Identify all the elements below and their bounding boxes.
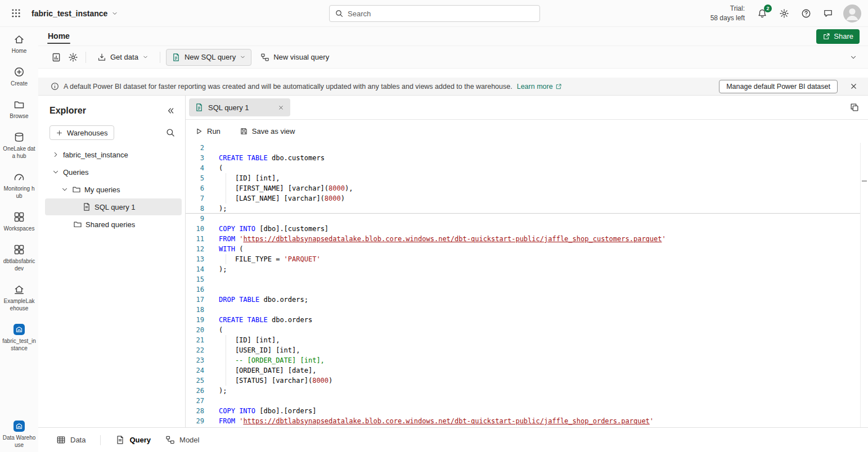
workspace-switcher[interactable]: fabric_test_instance (32, 9, 118, 18)
line-number[interactable]: 4 (186, 163, 204, 173)
code-line-text[interactable]: FILE_TYPE = 'PARQUET' (204, 254, 321, 264)
code-line[interactable]: 13 FILE_TYPE = 'PARQUET' (186, 254, 868, 264)
code-line[interactable]: 27 (186, 396, 868, 406)
code-line-text[interactable]: ); (204, 264, 227, 274)
copy-button[interactable] (848, 101, 861, 114)
code-line[interactable]: 5 [ID] [int], (186, 173, 868, 183)
line-number[interactable]: 9 (186, 214, 204, 224)
line-number[interactable]: 17 (186, 295, 204, 305)
banner-close-button[interactable] (847, 80, 860, 93)
code-line[interactable]: 17DROP TABLE dbo.orders; (186, 295, 868, 305)
help-button[interactable] (799, 7, 813, 20)
code-line[interactable]: 14); (186, 264, 868, 274)
search-box[interactable] (329, 5, 540, 22)
code-line[interactable]: 9 (186, 214, 868, 224)
rail-item-monitoring-hub[interactable]: Monitoring hub (1, 171, 37, 200)
code-line[interactable]: 7 [LAST_NAME] [varchar](8000) (186, 193, 868, 204)
line-number[interactable]: 21 (186, 335, 204, 345)
line-number[interactable]: 12 (186, 244, 204, 254)
search-input[interactable] (348, 10, 534, 18)
code-line[interactable]: 19CREATE TABLE dbo.orders (186, 315, 868, 325)
sql-editor[interactable]: 23CREATE TABLE dbo.customers4(5 [ID] [in… (186, 143, 868, 427)
run-button[interactable]: Run (195, 123, 221, 140)
code-line-text[interactable]: COPY INTO [dbo].[customers] (204, 224, 329, 234)
code-line-text[interactable] (204, 274, 219, 284)
tree-item-my-queries[interactable]: My queries (45, 181, 182, 198)
line-number[interactable]: 8 (186, 204, 204, 214)
rail-item-create[interactable]: Create (1, 66, 37, 87)
line-number[interactable]: 5 (186, 173, 204, 183)
collapse-pane-button[interactable] (164, 104, 177, 117)
tree-item-shared-queries[interactable]: Shared queries (45, 216, 182, 233)
save-as-view-button[interactable]: Save as view (240, 123, 295, 140)
warehouse-settings-button[interactable] (66, 51, 80, 64)
code-line[interactable]: 20( (186, 325, 868, 335)
line-number[interactable]: 13 (186, 254, 204, 264)
feedback-button[interactable] (821, 7, 835, 20)
line-number[interactable]: 3 (186, 153, 204, 163)
line-number[interactable]: 10 (186, 224, 204, 234)
code-line-text[interactable]: [ID] [int], (204, 173, 280, 183)
new-visual-query-button[interactable]: New visual query (255, 49, 335, 66)
rail-item-data-warehouse[interactable]: Data Warehouse (1, 421, 37, 449)
rail-item-fabric-test-instance[interactable]: fabric_test_instance (1, 324, 37, 352)
new-sql-query-button[interactable]: New SQL query (166, 49, 251, 66)
new-report-button[interactable] (50, 51, 63, 64)
code-line-text[interactable]: ( (204, 163, 223, 173)
line-number[interactable]: 11 (186, 234, 204, 244)
code-line[interactable]: 22 [USER_ID] [int], (186, 345, 868, 355)
rail-item-onelake-data-hub[interactable]: OneLake data hub (1, 132, 37, 160)
code-line[interactable]: 21 [ID] [int], (186, 335, 868, 345)
add-warehouses-button[interactable]: Warehouses (50, 125, 114, 140)
code-line[interactable]: 25 [STATUS] [varchar](8000) (186, 376, 868, 386)
line-number[interactable]: 24 (186, 365, 204, 376)
code-line-text[interactable]: CREATE TABLE dbo.orders (204, 315, 312, 325)
bottom-tab-data[interactable]: Data (56, 435, 86, 445)
code-line[interactable]: 2 (186, 143, 868, 153)
code-line-text[interactable] (204, 284, 219, 295)
close-tab-button[interactable] (276, 102, 286, 112)
code-line[interactable]: 16 (186, 284, 868, 295)
line-number[interactable]: 6 (186, 183, 204, 193)
code-line-text[interactable] (204, 214, 219, 224)
code-line[interactable]: 6 [FIRST_NAME] [varchar](8000), (186, 183, 868, 193)
line-number[interactable]: 18 (186, 305, 204, 315)
rail-item-workspaces[interactable]: Workspaces (1, 211, 37, 232)
code-line-text[interactable] (204, 143, 219, 153)
code-line-text[interactable]: DROP TABLE dbo.orders; (204, 295, 308, 305)
waffle-menu-button[interactable] (8, 6, 24, 21)
rail-item-examplelakehouse[interactable]: ExampleLakehouse (1, 284, 37, 312)
code-line-text[interactable]: [USER_ID] [int], (204, 345, 300, 355)
tab-sql-query-1[interactable]: SQL query 1 (189, 98, 290, 116)
line-number[interactable]: 22 (186, 345, 204, 355)
code-line[interactable]: 28COPY INTO [dbo].[orders] (186, 406, 868, 416)
code-line[interactable]: 12WITH ( (186, 244, 868, 254)
code-line[interactable]: 29FROM 'https://dbtlabsynapsedatalake.bl… (186, 416, 868, 426)
line-number[interactable]: 28 (186, 406, 204, 416)
code-line-text[interactable]: [LAST_NAME] [varchar](8000) (204, 193, 345, 204)
code-line[interactable]: 24 [ORDER_DATE] [date], (186, 365, 868, 376)
code-line-text[interactable]: [STATUS] [varchar](8000) (204, 376, 332, 386)
settings-button[interactable] (777, 7, 791, 20)
code-line[interactable]: 23 -- [ORDER_DATE] [int], (186, 355, 868, 365)
bottom-tab-model[interactable]: Model (165, 435, 199, 445)
code-line-text[interactable]: [FIRST_NAME] [varchar](8000), (204, 183, 353, 193)
line-number[interactable]: 20 (186, 325, 204, 335)
code-line-text[interactable]: ); (204, 386, 227, 396)
code-line-text[interactable]: [ID] [int], (204, 335, 280, 345)
code-line-text[interactable]: -- [ORDER_DATE] [int], (204, 355, 325, 365)
code-line-text[interactable]: CREATE TABLE dbo.customers (204, 153, 325, 163)
code-line[interactable]: 11FROM 'https://dbtlabsynapsedatalake.bl… (186, 234, 868, 244)
code-line-text[interactable] (204, 305, 219, 315)
bottom-tab-query[interactable]: Query (115, 435, 151, 445)
tab-home[interactable]: Home (47, 30, 71, 43)
line-number[interactable]: 15 (186, 274, 204, 284)
line-number[interactable]: 27 (186, 396, 204, 406)
code-line[interactable]: 15 (186, 274, 868, 284)
code-line[interactable]: 3CREATE TABLE dbo.customers (186, 153, 868, 163)
rail-item-home[interactable]: Home (1, 34, 37, 55)
account-avatar[interactable] (843, 4, 861, 22)
tree-item-queries[interactable]: Queries (45, 164, 182, 180)
code-line-text[interactable]: ); (204, 204, 227, 214)
line-number[interactable]: 16 (186, 284, 204, 295)
